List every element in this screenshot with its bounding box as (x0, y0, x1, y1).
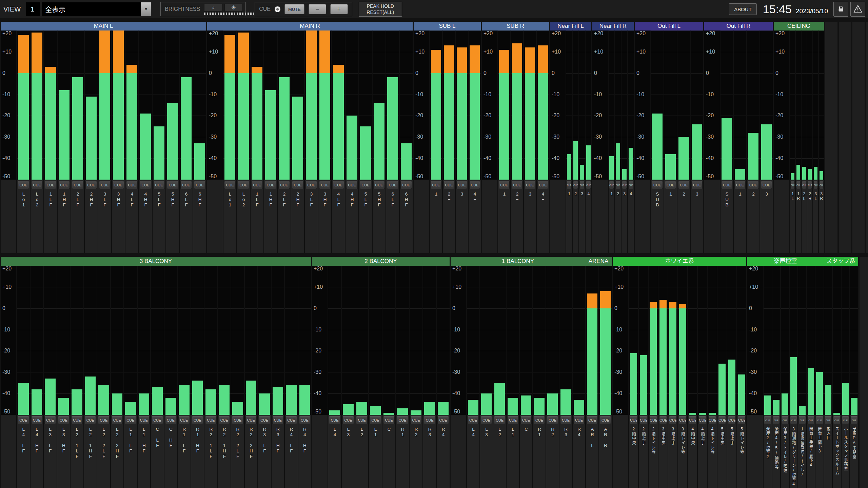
cue-button-sub-r-3[interactable]: CUE (525, 181, 535, 189)
cue-button-balcony-1-1[interactable]: CUE (468, 416, 479, 424)
about-button[interactable]: ABOUT (729, 3, 757, 15)
cue-button-arena-1[interactable]: CUE (587, 416, 598, 424)
cue-button-dressing-6[interactable]: CUE (807, 416, 815, 424)
cue-button-main-l-6[interactable]: CUE (85, 181, 97, 189)
cue-button-foyer-11[interactable]: CUE (728, 416, 736, 424)
cue-button-main-l-7[interactable]: CUE (99, 181, 111, 189)
cue-button-balcony-1-4[interactable]: CUE (507, 416, 518, 424)
cue-button-balcony-3-16[interactable]: CUE (219, 416, 230, 424)
cue-button-balcony-3-20[interactable]: CUE (272, 416, 284, 424)
cue-button-main-r-12[interactable]: CUE (373, 181, 385, 189)
cue-button-main-r-5[interactable]: CUE (278, 181, 290, 189)
cue-button-foyer-12[interactable]: CUE (738, 416, 746, 424)
cue-button-balcony-1-3[interactable]: CUE (494, 416, 505, 424)
cue-button-main-r-11[interactable]: CUE (360, 181, 371, 189)
cue-button-main-r-3[interactable]: CUE (251, 181, 263, 189)
cue-button-foyer-3[interactable]: CUE (649, 416, 657, 424)
cue-button-balcony-3-22[interactable]: CUE (299, 416, 311, 424)
cue-button-main-l-3[interactable]: CUE (45, 181, 56, 189)
cue-button-ceiling-6[interactable]: CUE (819, 181, 824, 189)
cue-button-main-l-8[interactable]: CUE (113, 181, 124, 189)
cue-button-foyer-2[interactable]: CUE (639, 416, 647, 424)
cue-button-balcony-2-1[interactable]: CUE (329, 416, 340, 424)
cue-button-out-fill-r-3[interactable]: CUE (748, 181, 759, 189)
cue-button-balcony-3-3[interactable]: CUE (44, 416, 56, 424)
cue-button-near-fill-r-1[interactable]: CUE (609, 181, 614, 189)
mute-button[interactable]: MUTE (284, 4, 304, 14)
cue-button-balcony-1-9[interactable]: CUE (573, 416, 585, 424)
cue-button-sub-l-1[interactable]: CUE (431, 181, 441, 189)
cue-button-dressing-3[interactable]: CUE (781, 416, 789, 424)
cue-button-balcony-3-4[interactable]: CUE (58, 416, 70, 424)
cue-button-balcony-1-7[interactable]: CUE (547, 416, 558, 424)
cue-button-out-fill-r-4[interactable]: CUE (761, 181, 772, 189)
cue-button-foyer-5[interactable]: CUE (669, 416, 677, 424)
cue-button-main-l-11[interactable]: CUE (153, 181, 165, 189)
cue-button-arena-2[interactable]: CUE (600, 416, 611, 424)
cue-button-balcony-3-15[interactable]: CUE (205, 416, 217, 424)
cue-button-sub-l-3[interactable]: CUE (456, 181, 467, 189)
cue-button-main-r-1[interactable]: CUE (224, 181, 236, 189)
cue-button-main-r-4[interactable]: CUE (265, 181, 276, 189)
cue-button-balcony-3-17[interactable]: CUE (232, 416, 243, 424)
brightness-up-button[interactable]: ☀ (224, 4, 243, 12)
cue-button-balcony-2-8[interactable]: CUE (424, 416, 435, 424)
cue-button-balcony-3-2[interactable]: CUE (31, 416, 43, 424)
cue-button-sub-r-1[interactable]: CUE (499, 181, 510, 189)
cue-button-main-l-9[interactable]: CUE (126, 181, 138, 189)
cue-button-balcony-3-6[interactable]: CUE (85, 416, 96, 424)
cue-button-balcony-3-11[interactable]: CUE (152, 416, 163, 424)
chevron-down-icon[interactable]: ▼ (141, 2, 151, 16)
cue-minus-button[interactable]: − (309, 4, 326, 14)
cue-button-balcony-3-10[interactable]: CUE (138, 416, 150, 424)
cue-button-balcony-3-12[interactable]: CUE (165, 416, 177, 424)
cue-button-main-l-13[interactable]: CUE (180, 181, 192, 189)
cue-button-foyer-10[interactable]: CUE (718, 416, 726, 424)
cue-button-balcony-3-1[interactable]: CUE (18, 416, 29, 424)
cue-button-balcony-2-6[interactable]: CUE (397, 416, 408, 424)
peak-hold-reset-button[interactable]: PEAK HOLD RESET(ALL) (359, 2, 402, 17)
cue-button-main-r-8[interactable]: CUE (319, 181, 331, 189)
cue-button-balcony-2-9[interactable]: CUE (437, 416, 449, 424)
warning-button[interactable] (850, 2, 865, 17)
cue-button-balcony-3-21[interactable]: CUE (285, 416, 297, 424)
cue-button-main-l-12[interactable]: CUE (167, 181, 178, 189)
cue-button-sub-l-4[interactable]: CUE (469, 181, 480, 189)
cue-button-near-fill-l-3[interactable]: CUE (579, 181, 585, 189)
cue-button-foyer-7[interactable]: CUE (689, 416, 696, 424)
cue-button-out-fill-l-1[interactable]: CUE (652, 181, 663, 189)
cue-button-out-fill-l-4[interactable]: CUE (691, 181, 703, 189)
cue-button-balcony-2-3[interactable]: CUE (356, 416, 368, 424)
cue-button-dressing-1[interactable]: CUE (764, 416, 771, 424)
cue-button-foyer-8[interactable]: CUE (698, 416, 706, 424)
cue-button-staff-3[interactable]: CUE (842, 416, 849, 424)
cue-button-near-fill-r-3[interactable]: CUE (622, 181, 627, 189)
cue-button-balcony-1-5[interactable]: CUE (520, 416, 532, 424)
cue-button-out-fill-l-2[interactable]: CUE (665, 181, 676, 189)
cue-button-staff-1[interactable]: CUE (825, 416, 832, 424)
cue-button-main-r-6[interactable]: CUE (292, 181, 303, 189)
cue-button-dressing-4[interactable]: CUE (790, 416, 797, 424)
cue-button-near-fill-l-2[interactable]: CUE (573, 181, 578, 189)
brightness-down-button[interactable]: ☼ (204, 4, 222, 12)
cue-button-out-fill-l-3[interactable]: CUE (678, 181, 689, 189)
cue-button-out-fill-r-1[interactable]: CUE (721, 181, 732, 189)
cue-button-main-r-14[interactable]: CUE (400, 181, 412, 189)
cue-button-balcony-1-8[interactable]: CUE (560, 416, 571, 424)
cue-button-balcony-3-19[interactable]: CUE (259, 416, 270, 424)
display-mode-select[interactable]: 全表示 ▼ (42, 2, 151, 16)
cue-button-balcony-3-5[interactable]: CUE (71, 416, 83, 424)
cue-button-balcony-3-13[interactable]: CUE (178, 416, 190, 424)
cue-button-near-fill-l-4[interactable]: CUE (586, 181, 591, 189)
cue-button-main-l-5[interactable]: CUE (72, 181, 83, 189)
cue-button-main-l-1[interactable]: CUE (18, 181, 29, 189)
cue-button-balcony-2-7[interactable]: CUE (410, 416, 422, 424)
cue-button-main-l-14[interactable]: CUE (194, 181, 205, 189)
lock-button[interactable] (833, 2, 848, 17)
cue-button-ceiling-2[interactable]: CUE (796, 181, 801, 189)
brightness-slider[interactable] (204, 13, 255, 15)
cue-button-ceiling-3[interactable]: CUE (802, 181, 806, 189)
cue-button-staff-4[interactable]: CUE (850, 416, 858, 424)
cue-button-balcony-1-2[interactable]: CUE (481, 416, 492, 424)
cue-button-main-l-4[interactable]: CUE (58, 181, 70, 189)
